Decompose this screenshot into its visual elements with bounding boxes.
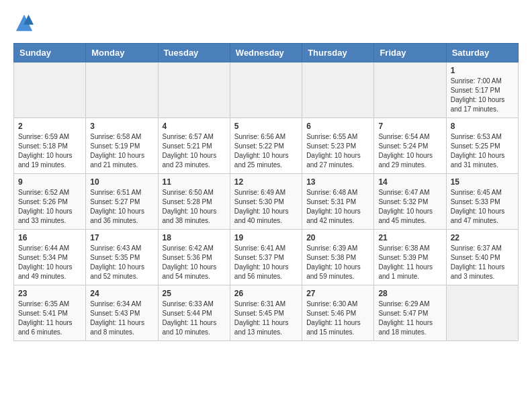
day-number: 15 (451, 177, 514, 187)
day-number: 1 (451, 66, 514, 75)
calendar-cell: 22Sunrise: 6:37 AM Sunset: 5:40 PM Dayli… (446, 230, 518, 285)
calendar-cell: 5Sunrise: 6:56 AM Sunset: 5:22 PM Daylig… (230, 118, 302, 174)
day-info: Sunrise: 7:00 AM Sunset: 5:17 PM Dayligh… (451, 77, 514, 114)
calendar-cell (374, 62, 446, 118)
logo (13, 13, 34, 36)
calendar-cell: 4Sunrise: 6:57 AM Sunset: 5:21 PM Daylig… (158, 118, 230, 174)
day-number: 28 (378, 289, 441, 298)
day-number: 26 (234, 289, 298, 298)
day-number: 17 (90, 233, 153, 242)
calendar-cell: 8Sunrise: 6:53 AM Sunset: 5:25 PM Daylig… (446, 118, 518, 174)
day-info: Sunrise: 6:59 AM Sunset: 5:18 PM Dayligh… (18, 132, 81, 170)
day-info: Sunrise: 6:51 AM Sunset: 5:27 PM Dayligh… (90, 188, 153, 226)
day-number: 13 (306, 177, 369, 187)
calendar-week-row: 2Sunrise: 6:59 AM Sunset: 5:18 PM Daylig… (14, 118, 519, 174)
calendar-week-row: 1Sunrise: 7:00 AM Sunset: 5:17 PM Daylig… (14, 62, 519, 118)
page-header (13, 13, 519, 36)
day-info: Sunrise: 6:56 AM Sunset: 5:22 PM Dayligh… (234, 132, 298, 170)
calendar-cell: 24Sunrise: 6:34 AM Sunset: 5:43 PM Dayli… (86, 285, 158, 341)
day-header-saturday: Saturday (446, 44, 518, 62)
calendar-cell (302, 62, 374, 118)
calendar-cell: 6Sunrise: 6:55 AM Sunset: 5:23 PM Daylig… (302, 118, 374, 174)
day-number: 25 (163, 289, 226, 298)
calendar-cell (446, 285, 518, 341)
day-header-friday: Friday (374, 44, 446, 62)
day-info: Sunrise: 6:29 AM Sunset: 5:47 PM Dayligh… (378, 300, 441, 337)
calendar-cell: 14Sunrise: 6:47 AM Sunset: 5:32 PM Dayli… (374, 174, 446, 230)
calendar-cell: 25Sunrise: 6:33 AM Sunset: 5:44 PM Dayli… (158, 285, 230, 341)
day-info: Sunrise: 6:45 AM Sunset: 5:33 PM Dayligh… (451, 188, 514, 226)
calendar-cell: 17Sunrise: 6:43 AM Sunset: 5:35 PM Dayli… (86, 230, 158, 285)
day-info: Sunrise: 6:54 AM Sunset: 5:24 PM Dayligh… (378, 132, 441, 170)
calendar-cell: 15Sunrise: 6:45 AM Sunset: 5:33 PM Dayli… (446, 174, 518, 230)
calendar-table: SundayMondayTuesdayWednesdayThursdayFrid… (13, 43, 519, 341)
day-number: 22 (451, 233, 514, 242)
day-info: Sunrise: 6:34 AM Sunset: 5:43 PM Dayligh… (90, 300, 153, 337)
calendar-cell: 23Sunrise: 6:35 AM Sunset: 5:41 PM Dayli… (14, 285, 86, 341)
day-number: 18 (163, 233, 226, 242)
day-info: Sunrise: 6:48 AM Sunset: 5:31 PM Dayligh… (306, 188, 369, 226)
day-info: Sunrise: 6:38 AM Sunset: 5:39 PM Dayligh… (378, 244, 441, 281)
day-info: Sunrise: 6:58 AM Sunset: 5:19 PM Dayligh… (90, 132, 153, 170)
day-number: 8 (451, 122, 514, 131)
day-number: 24 (90, 289, 153, 298)
calendar-cell: 16Sunrise: 6:44 AM Sunset: 5:34 PM Dayli… (14, 230, 86, 285)
day-number: 21 (378, 233, 441, 242)
day-info: Sunrise: 6:33 AM Sunset: 5:44 PM Dayligh… (163, 300, 226, 337)
calendar-cell: 13Sunrise: 6:48 AM Sunset: 5:31 PM Dayli… (302, 174, 374, 230)
day-header-tuesday: Tuesday (158, 44, 230, 62)
day-info: Sunrise: 6:53 AM Sunset: 5:25 PM Dayligh… (451, 132, 514, 170)
calendar-cell: 20Sunrise: 6:39 AM Sunset: 5:38 PM Dayli… (302, 230, 374, 285)
calendar-cell (230, 62, 302, 118)
calendar-cell: 12Sunrise: 6:49 AM Sunset: 5:30 PM Dayli… (230, 174, 302, 230)
day-info: Sunrise: 6:43 AM Sunset: 5:35 PM Dayligh… (90, 244, 153, 281)
day-number: 5 (234, 122, 298, 131)
calendar-cell: 27Sunrise: 6:30 AM Sunset: 5:46 PM Dayli… (302, 285, 374, 341)
calendar-week-row: 9Sunrise: 6:52 AM Sunset: 5:26 PM Daylig… (14, 174, 519, 230)
calendar-cell (158, 62, 230, 118)
day-info: Sunrise: 6:31 AM Sunset: 5:45 PM Dayligh… (234, 300, 298, 337)
calendar-header-row: SundayMondayTuesdayWednesdayThursdayFrid… (14, 44, 519, 62)
day-info: Sunrise: 6:55 AM Sunset: 5:23 PM Dayligh… (306, 132, 369, 170)
day-header-wednesday: Wednesday (230, 44, 302, 62)
day-number: 12 (234, 177, 298, 187)
day-info: Sunrise: 6:37 AM Sunset: 5:40 PM Dayligh… (451, 244, 514, 281)
day-info: Sunrise: 6:30 AM Sunset: 5:46 PM Dayligh… (306, 300, 369, 337)
day-info: Sunrise: 6:57 AM Sunset: 5:21 PM Dayligh… (163, 132, 226, 170)
calendar-cell: 1Sunrise: 7:00 AM Sunset: 5:17 PM Daylig… (446, 62, 518, 118)
calendar-cell: 10Sunrise: 6:51 AM Sunset: 5:27 PM Dayli… (86, 174, 158, 230)
logo-icon (15, 13, 34, 32)
day-info: Sunrise: 6:41 AM Sunset: 5:37 PM Dayligh… (234, 244, 298, 281)
day-number: 6 (306, 122, 369, 131)
day-number: 4 (163, 122, 226, 131)
calendar-cell: 9Sunrise: 6:52 AM Sunset: 5:26 PM Daylig… (14, 174, 86, 230)
calendar-week-row: 16Sunrise: 6:44 AM Sunset: 5:34 PM Dayli… (14, 230, 519, 285)
day-number: 16 (18, 233, 81, 242)
day-info: Sunrise: 6:47 AM Sunset: 5:32 PM Dayligh… (378, 188, 441, 226)
calendar-cell (14, 62, 86, 118)
calendar-cell: 21Sunrise: 6:38 AM Sunset: 5:39 PM Dayli… (374, 230, 446, 285)
day-header-sunday: Sunday (14, 44, 86, 62)
day-number: 9 (18, 177, 81, 187)
day-number: 3 (90, 122, 153, 131)
day-info: Sunrise: 6:44 AM Sunset: 5:34 PM Dayligh… (18, 244, 81, 281)
day-info: Sunrise: 6:35 AM Sunset: 5:41 PM Dayligh… (18, 300, 81, 337)
day-info: Sunrise: 6:42 AM Sunset: 5:36 PM Dayligh… (163, 244, 226, 281)
day-number: 11 (163, 177, 226, 187)
calendar-week-row: 23Sunrise: 6:35 AM Sunset: 5:41 PM Dayli… (14, 285, 519, 341)
day-number: 23 (18, 289, 81, 298)
calendar-cell: 3Sunrise: 6:58 AM Sunset: 5:19 PM Daylig… (86, 118, 158, 174)
day-number: 10 (90, 177, 153, 187)
day-number: 14 (378, 177, 441, 187)
calendar-cell: 7Sunrise: 6:54 AM Sunset: 5:24 PM Daylig… (374, 118, 446, 174)
calendar-cell (86, 62, 158, 118)
day-header-monday: Monday (86, 44, 158, 62)
day-number: 19 (234, 233, 298, 242)
calendar-cell: 26Sunrise: 6:31 AM Sunset: 5:45 PM Dayli… (230, 285, 302, 341)
day-number: 2 (18, 122, 81, 131)
calendar-cell: 28Sunrise: 6:29 AM Sunset: 5:47 PM Dayli… (374, 285, 446, 341)
day-header-thursday: Thursday (302, 44, 374, 62)
calendar-cell: 11Sunrise: 6:50 AM Sunset: 5:28 PM Dayli… (158, 174, 230, 230)
calendar-cell: 18Sunrise: 6:42 AM Sunset: 5:36 PM Dayli… (158, 230, 230, 285)
day-info: Sunrise: 6:39 AM Sunset: 5:38 PM Dayligh… (306, 244, 369, 281)
